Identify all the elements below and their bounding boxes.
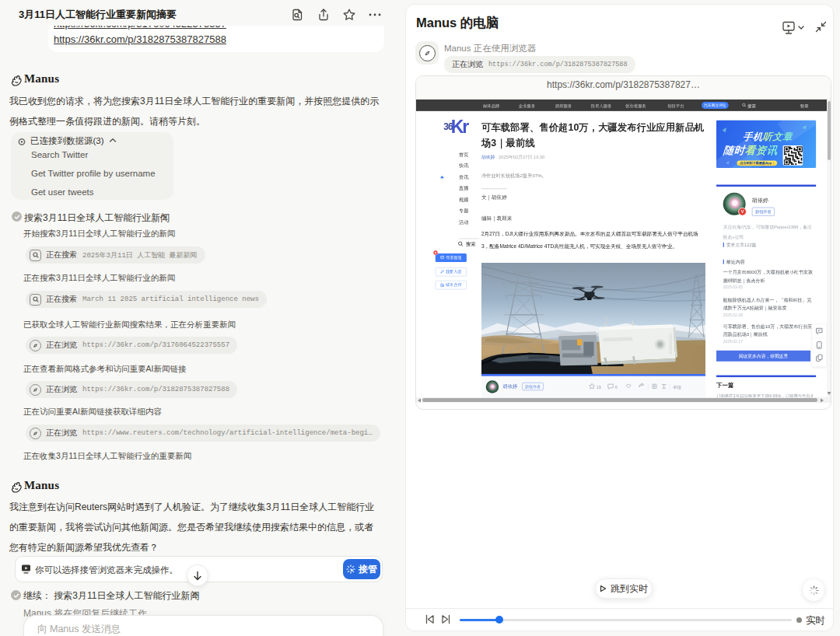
svg-text:6: 6 [615, 385, 618, 390]
svg-text:19: 19 [597, 385, 601, 390]
svg-text:举报: 举报 [673, 385, 681, 390]
